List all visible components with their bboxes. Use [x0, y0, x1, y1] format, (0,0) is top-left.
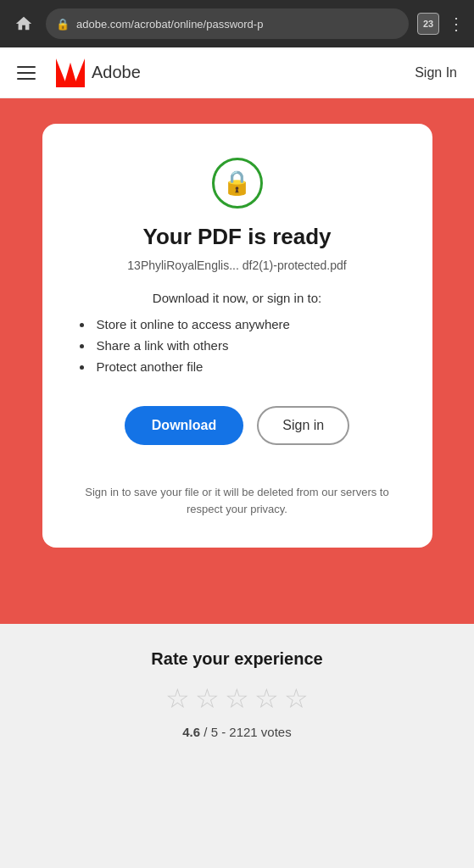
adobe-wordmark: Adobe — [92, 63, 141, 82]
star-rating[interactable]: ☆ ☆ ☆ ☆ ☆ — [165, 682, 309, 715]
svg-marker-2 — [64, 62, 78, 86]
success-lock-icon-wrap: 🔒 — [212, 158, 263, 209]
action-buttons: Download Sign in — [125, 406, 349, 445]
rating-dash: - — [221, 725, 229, 739]
url-bar[interactable]: 🔒 adobe.com/acrobat/online/password-p — [46, 8, 409, 39]
sign-in-button[interactable]: Sign in — [257, 406, 349, 445]
lock-icon: 🔒 — [222, 171, 252, 195]
tab-count[interactable]: 23 — [417, 13, 439, 35]
prompt-text: Download it now, or sign in to: — [153, 291, 321, 305]
more-options-icon[interactable]: ⋮ — [448, 14, 464, 34]
rate-title: Rate your experience — [151, 649, 322, 669]
benefits-list: Store it online to access anywhere Share… — [73, 317, 402, 381]
rating-votes: 2121 votes — [229, 725, 291, 739]
benefit-item-1: Store it online to access anywhere — [93, 317, 402, 331]
header-sign-in-link[interactable]: Sign In — [415, 65, 457, 81]
result-card: 🔒 Your PDF is ready 13PhyliRoyalEnglis..… — [42, 124, 432, 548]
hamburger-menu[interactable] — [17, 58, 47, 88]
browser-chrome: 🔒 adobe.com/acrobat/online/password-p 23… — [0, 0, 474, 47]
adobe-logo-icon — [56, 58, 85, 87]
lock-icon: 🔒 — [56, 18, 70, 31]
privacy-note: Sign in to save your file or it will be … — [73, 484, 402, 517]
home-icon[interactable] — [10, 10, 37, 37]
benefit-item-2: Share a link with others — [93, 338, 402, 353]
rating-section: Rate your experience ☆ ☆ ☆ ☆ ☆ 4.6 / 5 -… — [0, 624, 474, 773]
benefit-item-3: Protect another file — [93, 359, 402, 374]
rating-info: 4.6 / 5 - 2121 votes — [182, 725, 291, 739]
star-4[interactable]: ☆ — [254, 682, 279, 715]
download-button[interactable]: Download — [125, 406, 243, 445]
rating-score: 4.6 — [182, 725, 200, 739]
rating-out-of: 5 — [211, 725, 218, 739]
star-5[interactable]: ☆ — [284, 682, 309, 715]
star-2[interactable]: ☆ — [195, 682, 220, 715]
url-text: adobe.com/acrobat/online/password-p — [76, 18, 263, 31]
star-1[interactable]: ☆ — [165, 682, 190, 715]
adobe-header: Adobe Sign In — [0, 47, 474, 98]
pdf-ready-title: Your PDF is ready — [142, 224, 331, 250]
star-3[interactable]: ☆ — [225, 682, 249, 715]
main-content-area: 🔒 Your PDF is ready 13PhyliRoyalEnglis..… — [0, 98, 474, 624]
adobe-logo: Adobe — [56, 58, 415, 87]
rating-separator: / — [204, 725, 210, 739]
file-names-text: 13PhyliRoyalEnglis... df2(1)-protected.p… — [127, 259, 346, 272]
